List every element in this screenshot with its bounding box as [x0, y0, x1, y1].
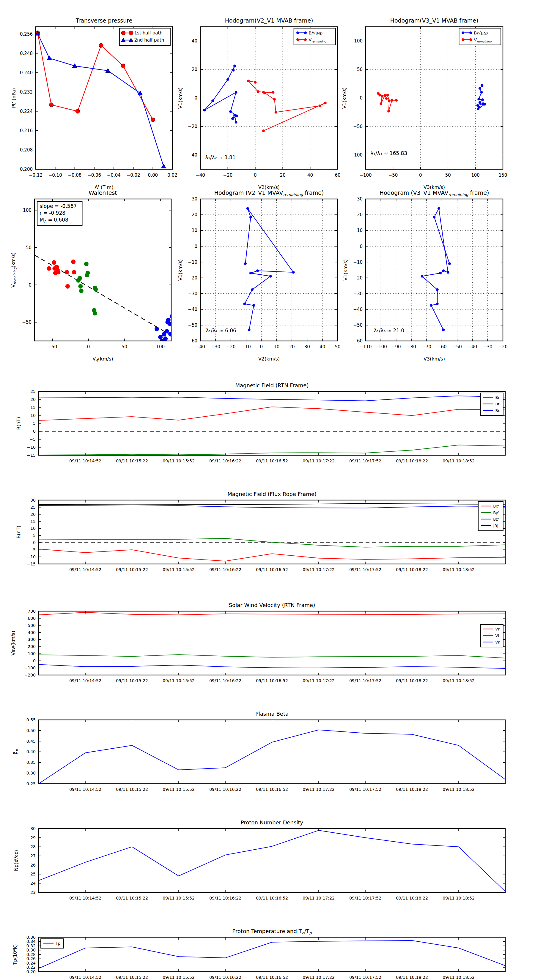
svg-text:−10: −10: [353, 259, 363, 265]
svg-text:10: 10: [274, 344, 279, 350]
chart-walen-test: −50050100−50050100WalenTestVA​(km/s)Vrem…: [10, 189, 174, 363]
svg-text:300: 300: [28, 637, 36, 642]
svg-text:−0.02: −0.02: [127, 173, 140, 178]
svg-text:0.216: 0.216: [20, 128, 33, 133]
svg-text:500: 500: [28, 623, 36, 628]
svg-text:09/11 10:16:52: 09/11 10:16:52: [256, 567, 288, 572]
svg-text:Tp: Tp: [55, 941, 60, 945]
svg-text:50: 50: [26, 245, 32, 250]
svg-text:600: 600: [28, 616, 36, 620]
svg-text:|B|: |B|: [493, 523, 498, 528]
svg-text:09/11 10:16:22: 09/11 10:16:22: [209, 678, 241, 683]
svg-text:09/11 10:18:22: 09/11 10:18:22: [396, 567, 428, 572]
svg-text:09/11 10:18:52: 09/11 10:18:52: [442, 787, 475, 792]
svg-text:09/11 10:14:52: 09/11 10:14:52: [69, 458, 101, 463]
svg-text:Transverse pressure: Transverse pressure: [75, 17, 133, 24]
chart-hodogram-v2v1-mvav: −40−30−20−1001020304050−60−50−40−30−20−1…: [177, 189, 341, 362]
svg-text:09/11 10:16:52: 09/11 10:16:52: [256, 975, 288, 980]
svg-text:0.25: 0.25: [26, 781, 36, 786]
svg-text:−10: −10: [27, 445, 36, 450]
svg-text:V1(km/s): V1(km/s): [177, 87, 183, 109]
svg-text:MA​ = 0.608: MA​ = 0.608: [40, 217, 69, 224]
svg-text:09/11 10:15:22: 09/11 10:15:22: [116, 458, 148, 463]
svg-text:20: 20: [192, 67, 197, 72]
svg-text:09/11 10:15:52: 09/11 10:15:52: [163, 975, 195, 980]
svg-text:09/11 10:16:22: 09/11 10:16:22: [209, 787, 241, 792]
svg-text:−60: −60: [437, 344, 447, 350]
svg-text:09/11 10:17:52: 09/11 10:17:52: [349, 787, 381, 792]
svg-text:Bt: Bt: [495, 402, 499, 406]
svg-text:09/11 10:17:52: 09/11 10:17:52: [349, 975, 381, 980]
svg-text:27: 27: [30, 853, 36, 858]
svg-text:24: 24: [30, 881, 36, 886]
svg-text:0.28: 0.28: [26, 952, 36, 957]
svg-text:0.232: 0.232: [20, 89, 33, 95]
svg-text:−100: −100: [359, 173, 372, 178]
chart-plasma-beta: 09/11 10:14:5209/11 10:15:2209/11 10:15:…: [12, 711, 505, 792]
svg-text:50: 50: [121, 344, 127, 350]
svg-text:100: 100: [23, 208, 32, 213]
svg-text:V1(km/s): V1(km/s): [177, 259, 183, 281]
svg-text:0.20: 0.20: [26, 969, 36, 974]
svg-text:09/11 10:15:22: 09/11 10:15:22: [116, 567, 148, 572]
svg-text:09/11 10:16:52: 09/11 10:16:52: [256, 678, 288, 683]
svg-text:09/11 10:14:52: 09/11 10:14:52: [69, 567, 101, 572]
svg-text:−0.04: −0.04: [107, 173, 121, 178]
svg-text:09/11 10:17:22: 09/11 10:17:22: [303, 678, 335, 683]
svg-text:09/11 10:15:22: 09/11 10:15:22: [116, 787, 148, 792]
svg-text:30: 30: [192, 196, 197, 202]
svg-text:0.200: 0.200: [20, 167, 33, 172]
chart-b-rtn: 09/11 10:14:5209/11 10:15:2209/11 10:15:…: [16, 382, 505, 463]
svg-text:5: 5: [33, 533, 36, 538]
svg-text:09/11 10:14:52: 09/11 10:14:52: [69, 896, 101, 900]
svg-text:0.45: 0.45: [26, 739, 36, 744]
svg-text:09/11 10:15:22: 09/11 10:15:22: [116, 975, 148, 980]
svg-text:30: 30: [304, 344, 310, 350]
svg-text:Hodogram (V2_V1 MVAVremaining​: Hodogram (V2_V1 MVAVremaining​ frame): [214, 189, 324, 197]
svg-text:−10: −10: [27, 554, 36, 559]
svg-text:50: 50: [335, 344, 340, 350]
svg-text:09/11 10:16:22: 09/11 10:16:22: [209, 975, 241, 980]
svg-text:−0.08: −0.08: [68, 173, 81, 178]
svg-text:30: 30: [30, 826, 36, 831]
chart-proton-density: 09/11 10:14:5209/11 10:15:2209/11 10:15:…: [13, 819, 505, 900]
svg-text:Vsw(km/s): Vsw(km/s): [10, 631, 16, 655]
svg-text:0.30: 0.30: [26, 948, 36, 952]
svg-text:−40: −40: [188, 307, 197, 312]
svg-text:0: 0: [260, 344, 263, 350]
svg-text:23: 23: [30, 890, 36, 895]
svg-text:−50: −50: [48, 344, 57, 350]
svg-text:V2(km/s): V2(km/s): [258, 356, 280, 362]
svg-text:09/11 10:15:52: 09/11 10:15:52: [163, 678, 195, 683]
svg-text:09/11 10:16:22: 09/11 10:16:22: [209, 458, 241, 463]
svg-text:−0.12: −0.12: [29, 173, 43, 178]
svg-text:09/11 10:14:52: 09/11 10:14:52: [69, 678, 101, 683]
svg-text:10: 10: [30, 526, 36, 531]
chart-proton-temp: 09/11 10:14:5209/11 10:15:2209/11 10:15:…: [12, 928, 505, 980]
svg-text:40: 40: [319, 344, 325, 350]
svg-text:Proton Number Density: Proton Number Density: [241, 819, 303, 826]
svg-text:0: 0: [33, 659, 36, 663]
svg-text:20: 20: [192, 212, 197, 217]
figure-page: −0.12−0.10−0.08−0.06−0.04−0.020.000.020.…: [0, 0, 535, 980]
svg-text:Magnetic Field (Flux Rope Fram: Magnetic Field (Flux Rope Frame): [227, 491, 316, 497]
svg-text:WalenTest: WalenTest: [89, 189, 117, 196]
svg-text:By': By': [493, 511, 499, 515]
svg-text:25: 25: [30, 505, 36, 510]
svg-text:−10: −10: [241, 344, 251, 350]
svg-text:Plasma Beta: Plasma Beta: [255, 711, 289, 717]
svg-text:VA​(km/s): VA​(km/s): [93, 356, 113, 363]
svg-text:−40: −40: [196, 173, 205, 178]
svg-text:09/11 10:15:52: 09/11 10:15:52: [163, 458, 195, 463]
svg-text:−10: −10: [188, 259, 197, 265]
svg-text:V3(km/s): V3(km/s): [423, 356, 445, 362]
svg-text:−60: −60: [188, 338, 197, 344]
svg-text:10: 10: [192, 228, 197, 233]
svg-text:V1(km/s): V1(km/s): [343, 259, 348, 281]
svg-text:10: 10: [30, 413, 36, 418]
svg-text:0.32: 0.32: [26, 943, 36, 948]
chart-hodogram-v2v1-mvab: −40−200204060−40−2002040Hodogram(V2_V1 M…: [177, 17, 341, 190]
svg-text:−40: −40: [468, 344, 478, 350]
svg-text:09/11 10:18:52: 09/11 10:18:52: [442, 896, 475, 900]
svg-text:0.208: 0.208: [20, 147, 33, 153]
